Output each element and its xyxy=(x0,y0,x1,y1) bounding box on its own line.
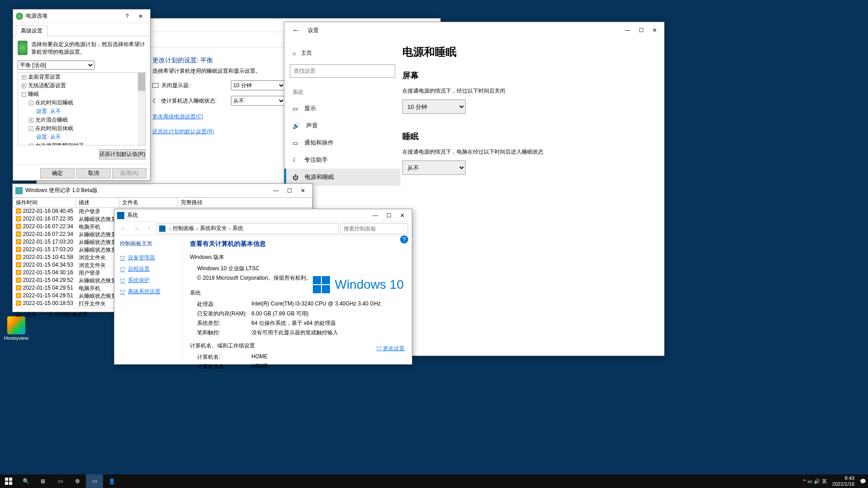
tree-item[interactable]: -在此时间后睡眠 xyxy=(18,99,145,107)
window-system: 系统 — ☐ ✕ ← → ↑ › 控制面板› 系统和安全› 系统 控制面板主页 … xyxy=(114,209,412,365)
svg-rect-0 xyxy=(5,478,8,481)
titlebar[interactable]: Windows 使用记录 1.0 Beta版 — ☐ ✕ xyxy=(13,184,312,197)
nav-focus-assist[interactable]: ☾专注助手 xyxy=(284,151,401,169)
minimize-button[interactable]: — xyxy=(269,184,283,197)
forward-button[interactable]: → xyxy=(131,223,142,234)
power-icon: ⏻ xyxy=(292,174,298,181)
plan-select[interactable]: 平衡 [活动] xyxy=(18,61,94,70)
tree-item[interactable]: -在此时间后休眠 xyxy=(18,124,145,133)
taskbar-app-settings[interactable]: ⚙ xyxy=(69,474,86,488)
close-button[interactable]: ✕ xyxy=(648,24,661,37)
tray-clock[interactable]: 8:43 2022/1/16 xyxy=(829,475,858,487)
task-view-button[interactable]: ⊞ xyxy=(34,474,52,488)
close-button[interactable]: ✕ xyxy=(396,209,409,222)
tab-advanced[interactable]: 高级设置 xyxy=(16,25,47,36)
monitor-icon xyxy=(152,83,159,88)
sleep-after-select[interactable]: 从不 xyxy=(231,96,285,106)
tree-item[interactable]: -睡眠 xyxy=(18,90,145,99)
back-button[interactable]: ← xyxy=(118,223,129,234)
sleep-timeout-select[interactable]: 从不 xyxy=(402,160,466,175)
nav-sound[interactable]: 🔊声音 xyxy=(284,117,401,134)
change-settings-link[interactable]: 🛡 更改设置 xyxy=(376,345,405,352)
tree-item[interactable]: 设置: 从不 xyxy=(18,133,145,141)
windows-logo: Windows 10 xyxy=(313,276,404,293)
maximize-button[interactable]: ☐ xyxy=(382,209,396,222)
scrollbar[interactable] xyxy=(138,73,145,145)
nav-home[interactable]: ⌂主页 xyxy=(284,46,401,61)
side-nav: 控制面板主页 🛡 设备管理器 🛡 远程设置 🛡 系统保护 🛡 高级系统设置 xyxy=(114,235,182,364)
focus-icon: ☾ xyxy=(292,157,298,164)
side-advanced[interactable]: 🛡 高级系统设置 xyxy=(120,286,177,297)
restore-defaults-button[interactable]: 还原计划默认值(R) xyxy=(99,149,146,160)
home-icon: ⌂ xyxy=(292,50,296,56)
side-protection[interactable]: 🛡 系统保护 xyxy=(120,275,177,286)
tree-item[interactable]: +允许使用唤醒定时器 xyxy=(18,141,145,145)
turn-off-display-select[interactable]: 10 分钟 xyxy=(231,80,285,90)
col-desc[interactable]: 描述 xyxy=(76,198,119,208)
tray-volume-icon[interactable]: 🔊 xyxy=(814,479,820,484)
search-button[interactable]: 🔍 xyxy=(17,474,34,488)
settings-tree[interactable]: +桌面背景设置+无线适配器设置-睡眠-在此时间后睡眠设置: 从不+允许混合睡眠-… xyxy=(18,72,146,145)
taskbar: 🔍 ⊞ ▭ ⚙ ▭ 👤 ^ ▭ 🔊 英 8:43 2022/1/16 💬 xyxy=(0,474,868,488)
col-time[interactable]: 操作时间 xyxy=(13,198,76,208)
tray-notifications-icon[interactable]: 💬 xyxy=(860,479,866,484)
col-path[interactable]: 完整路径 xyxy=(178,198,312,208)
taskbar-app-4[interactable]: 👤 xyxy=(103,474,120,488)
nav-display[interactable]: ▭显示 xyxy=(284,100,401,117)
back-button[interactable]: ← xyxy=(292,26,302,34)
app-icon xyxy=(15,187,23,194)
tray-ime[interactable]: 英 xyxy=(822,478,827,485)
titlebar[interactable]: 系统 — ☐ ✕ xyxy=(114,209,412,222)
page-title: 查看有关计算机的基本信息 xyxy=(190,240,405,248)
cancel-button[interactable]: 取消 xyxy=(76,168,111,178)
taskbar-app-1[interactable]: ▭ xyxy=(52,474,69,488)
help-button[interactable]: ? xyxy=(120,10,134,23)
maximize-button[interactable]: ☐ xyxy=(634,24,648,37)
up-button[interactable]: ↑ xyxy=(143,223,154,234)
search-input[interactable] xyxy=(340,223,408,234)
close-button[interactable]: ✕ xyxy=(296,184,310,197)
battery-icon xyxy=(16,13,23,20)
tree-item[interactable]: 设置: 从不 xyxy=(18,107,145,116)
display-icon: ▭ xyxy=(292,105,298,112)
titlebar[interactable]: 电源选项 ? ✕ xyxy=(13,9,150,23)
side-remote[interactable]: 🛡 远程设置 xyxy=(120,263,177,275)
sound-icon: 🔊 xyxy=(292,122,300,129)
ok-button[interactable]: 确定 xyxy=(40,168,75,178)
svg-rect-2 xyxy=(5,482,8,485)
nav-notifications[interactable]: ▭通知和操作 xyxy=(284,134,401,151)
window-power-options: 电源选项 ? ✕ 高级设置 选择你要自定义的电源计划，然后选择你希望计算机管理的… xyxy=(13,9,151,181)
page-title: 电源和睡眠 xyxy=(402,45,664,59)
maximize-button[interactable]: ☐ xyxy=(283,184,296,197)
tray-chevron-icon[interactable]: ^ xyxy=(803,479,806,484)
start-button[interactable] xyxy=(0,474,17,488)
close-button[interactable]: ✕ xyxy=(134,10,147,23)
col-file[interactable]: 文件名 xyxy=(119,198,178,208)
breadcrumb[interactable]: › 控制面板› 系统和安全› 系统 xyxy=(156,223,339,234)
taskbar-app-3[interactable]: ▭ xyxy=(86,474,103,488)
tree-item[interactable]: +桌面背景设置 xyxy=(18,73,145,81)
minimize-button[interactable]: — xyxy=(621,24,634,37)
svg-rect-3 xyxy=(9,482,12,485)
apply-button[interactable]: 应用(A) xyxy=(112,168,146,178)
settings-search-input[interactable] xyxy=(290,64,395,78)
screen-timeout-select[interactable]: 10 分钟 xyxy=(402,99,466,114)
notifications-icon: ▭ xyxy=(292,140,298,146)
minimize-button[interactable]: — xyxy=(368,209,382,222)
svg-rect-1 xyxy=(9,478,12,481)
tree-item[interactable]: +允许混合睡眠 xyxy=(18,116,145,124)
battery-icon xyxy=(18,41,28,55)
side-device-manager[interactable]: 🛡 设备管理器 xyxy=(120,252,177,263)
help-icon[interactable]: ? xyxy=(400,235,408,244)
titlebar[interactable]: ← 设置 — ☐ ✕ xyxy=(284,22,664,38)
tray-network-icon[interactable]: ▭ xyxy=(807,479,812,484)
system-icon xyxy=(117,212,124,219)
tree-item[interactable]: +无线适配器设置 xyxy=(18,81,145,90)
